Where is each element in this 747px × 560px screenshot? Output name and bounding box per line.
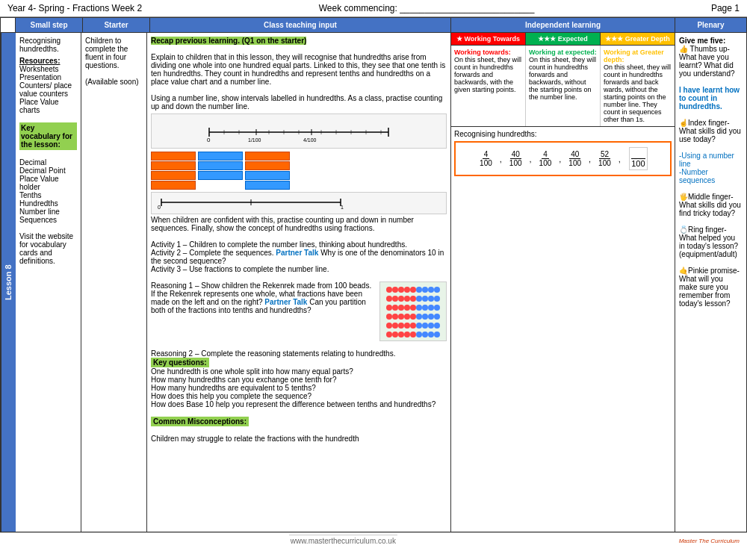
header: Year 4- Spring - Fractions Week 2 Week c… bbox=[0, 0, 747, 17]
svg-point-49 bbox=[428, 305, 434, 311]
plenary-index: ☝️Index finger- What skills did you use … bbox=[679, 119, 743, 143]
svg-point-34 bbox=[392, 296, 398, 302]
fraction-1: 4 100 bbox=[478, 150, 494, 167]
svg-point-46 bbox=[410, 305, 416, 311]
svg-point-66 bbox=[422, 323, 428, 329]
svg-point-77 bbox=[434, 332, 440, 337]
svg-point-53 bbox=[398, 314, 404, 320]
vocab-tenths: Tenths bbox=[19, 191, 77, 199]
abacus-visual bbox=[379, 281, 447, 341]
svg-point-38 bbox=[416, 296, 422, 302]
vocab-sequences: Sequences bbox=[19, 216, 77, 224]
svg-point-50 bbox=[434, 305, 440, 311]
header-teaching: Class teaching input bbox=[150, 18, 451, 32]
starter-column: Children to complete the fluent in four … bbox=[81, 33, 147, 532]
header-plenary: Plenary bbox=[675, 18, 746, 32]
vocab-hundredths: Hundredths bbox=[19, 199, 77, 208]
svg-point-37 bbox=[410, 296, 416, 302]
svg-point-45 bbox=[404, 305, 410, 311]
question-4: How does this help you complete the sequ… bbox=[151, 392, 447, 400]
vocab-decimal-point: Decimal Point bbox=[19, 167, 77, 175]
abacus-svg bbox=[382, 284, 445, 340]
fraction-3: 4 100 bbox=[538, 150, 554, 167]
small-step-title: Recognising hundredths. bbox=[19, 37, 77, 53]
svg-point-30 bbox=[422, 287, 428, 293]
fraction-5: 52 100 bbox=[597, 150, 613, 167]
svg-point-25 bbox=[392, 287, 398, 293]
using-number-line: -Using a number line bbox=[679, 152, 743, 168]
svg-point-40 bbox=[428, 296, 434, 302]
teaching-column: Recap previous learning. (Q1 on the star… bbox=[147, 33, 451, 532]
week-commencing: Week commencing: _______________________… bbox=[319, 3, 535, 13]
recognising-label: Recognising hundredths: bbox=[454, 130, 672, 138]
svg-point-72 bbox=[404, 332, 410, 337]
svg-text:1/100: 1/100 bbox=[248, 137, 261, 143]
website-text: Visit the website for vocabulary cards a… bbox=[19, 232, 77, 265]
svg-point-31 bbox=[428, 287, 434, 293]
number-sequences: -Number sequences bbox=[679, 168, 743, 184]
vocab-pv-holder: Place Value holder bbox=[19, 175, 77, 191]
svg-point-55 bbox=[410, 314, 416, 320]
independent-column: ★ Working Towards ★★★ Expected ★★★ Great… bbox=[451, 33, 675, 532]
header-independent: Independent learning bbox=[451, 18, 675, 32]
lesson-title: Year 4- Spring - Fractions Week 2 bbox=[7, 3, 142, 13]
svg-point-36 bbox=[404, 296, 410, 302]
svg-point-65 bbox=[416, 323, 422, 329]
plenary-title: Give me five: bbox=[679, 37, 743, 45]
main-content: Lesson 8 Recognising hundredths. Resourc… bbox=[0, 32, 747, 532]
bar-representations bbox=[151, 152, 447, 190]
activity2: Activity 2 – Complete the sequences. Par… bbox=[151, 249, 447, 265]
svg-point-39 bbox=[422, 296, 428, 302]
starter-text: Children to complete the fluent in four … bbox=[85, 37, 143, 69]
svg-text:1: 1 bbox=[341, 205, 344, 210]
svg-point-63 bbox=[404, 323, 410, 329]
svg-point-33 bbox=[386, 296, 392, 302]
svg-point-29 bbox=[416, 287, 422, 293]
website-url: www.masterthecurriculum.co.uk bbox=[289, 535, 397, 547]
svg-point-58 bbox=[428, 314, 434, 320]
recognising-hundredths: Recognising hundredths: 4 100 , 40 100 , bbox=[451, 127, 675, 182]
starter-available: (Available soon) bbox=[85, 78, 143, 86]
svg-point-28 bbox=[410, 287, 416, 293]
vocab-decimal: Decimal bbox=[19, 158, 77, 167]
plenary-middle: 🖐️Middle finger- What skills did you fin… bbox=[679, 193, 743, 217]
svg-point-44 bbox=[398, 305, 404, 311]
question-1: One hundredth is one whole split into ho… bbox=[151, 367, 447, 376]
small-step-column: Recognising hundredths. Resources: Works… bbox=[16, 33, 81, 532]
fraction-4: 40 100 bbox=[567, 150, 583, 167]
key-vocab-label: Key vocabulary for the lesson: bbox=[19, 122, 77, 150]
svg-point-61 bbox=[392, 323, 398, 329]
svg-point-64 bbox=[410, 323, 416, 329]
svg-point-42 bbox=[386, 305, 392, 311]
question-3: How many hundredths are equivalent to 5 … bbox=[151, 384, 447, 392]
svg-text:0: 0 bbox=[207, 137, 211, 143]
svg-point-57 bbox=[422, 314, 428, 320]
question-5: How does Base 10 help you represent the … bbox=[151, 400, 447, 408]
svg-point-26 bbox=[398, 287, 404, 293]
svg-point-35 bbox=[398, 296, 404, 302]
teaching-using-line: Using a number line, show intervals labe… bbox=[151, 94, 447, 111]
svg-point-54 bbox=[404, 314, 410, 320]
svg-point-71 bbox=[398, 332, 404, 337]
resource-presentation: Presentation bbox=[19, 73, 77, 81]
svg-text:4/100: 4/100 bbox=[303, 137, 317, 143]
svg-point-74 bbox=[416, 332, 422, 337]
svg-point-43 bbox=[392, 305, 398, 311]
number-line-visual: 0 1/100 4/100 bbox=[151, 113, 447, 149]
fraction-blank: 100 bbox=[629, 147, 648, 170]
working-towards-header: ★ Working Towards bbox=[451, 33, 526, 45]
page-number: Page 1 bbox=[711, 3, 740, 13]
resource-counters: Counters/ place value counters bbox=[19, 81, 77, 98]
footer: www.masterthecurriculum.co.uk Master The… bbox=[0, 532, 747, 548]
svg-point-41 bbox=[434, 296, 440, 302]
recap-text: Recap previous learning. (Q1 on the star… bbox=[151, 37, 447, 45]
svg-point-52 bbox=[392, 314, 398, 320]
plenary-column: Give me five: 👍 Thumbs up- What have you… bbox=[675, 33, 746, 532]
working-towards-desc: Working towards: On this sheet, they wil… bbox=[451, 46, 526, 126]
svg-point-56 bbox=[416, 314, 422, 320]
svg-point-69 bbox=[386, 332, 392, 337]
svg-point-24 bbox=[386, 287, 392, 293]
column-headers: Small step Starter Class teaching input … bbox=[0, 17, 747, 32]
header-starter: Starter bbox=[83, 18, 150, 32]
second-number-line: 0 1 bbox=[151, 192, 447, 214]
